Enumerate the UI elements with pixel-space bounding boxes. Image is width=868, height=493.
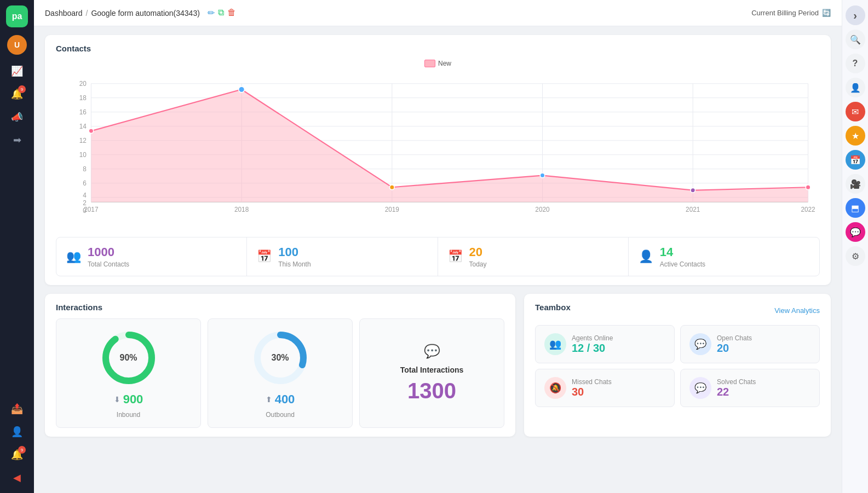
calendar-btn[interactable]: 📅 (846, 150, 865, 170)
main-content: Dashboard / Google form automation(34343… (34, 0, 842, 493)
svg-text:16: 16 (79, 108, 87, 116)
solved-chats-label: Solved Chats (717, 378, 810, 386)
megaphone-nav-icon[interactable]: 📣 (7, 107, 27, 127)
star-btn[interactable]: ★ (846, 126, 865, 146)
user-profile-btn[interactable]: 👤 (846, 78, 865, 97)
edit-icon[interactable]: ✏ (208, 8, 215, 18)
notification-badge: 9 (18, 85, 26, 93)
missed-chats-value: 30 (572, 386, 665, 398)
svg-text:4: 4 (83, 192, 87, 199)
svg-text:18: 18 (79, 94, 87, 102)
back-nav-icon[interactable]: ◀ (7, 468, 27, 488)
settings-btn[interactable]: ⚙ (846, 246, 865, 266)
chat-rp-btn[interactable]: 💬 (846, 222, 865, 242)
interactions-title: Interactions (56, 303, 504, 312)
svg-text:8: 8 (83, 165, 87, 173)
search-btn[interactable]: 🔍 (846, 30, 865, 49)
today-icon: 📅 (448, 250, 463, 264)
teambox-missed-chats: 🔕 Missed Chats 30 (535, 369, 675, 407)
agents-online-label: Agents Online (572, 334, 665, 342)
forward-nav-icon[interactable]: 📤 (7, 399, 27, 419)
right-panel: › 🔍 ? 👤 ✉ ★ 📅 🎥 ⬒ 💬 ⚙ (842, 0, 868, 493)
inbound-label: Inbound (117, 411, 140, 419)
stat-today: 📅 20 Today (438, 237, 629, 276)
contacts-chart: 20 18 16 14 12 10 8 6 4 2 0 2017 2018 20… (56, 72, 820, 230)
outbound-value: 400 (275, 392, 295, 407)
teambox-agents-online: 👥 Agents Online 12 / 30 (535, 325, 675, 363)
teambox-card: Teambox View Analytics 👥 Agents Online 1… (524, 294, 831, 437)
contacts-title: Contacts (56, 44, 820, 53)
copy-icon[interactable]: ⧉ (218, 8, 224, 18)
active-contacts-icon: 👤 (639, 250, 653, 264)
total-contacts-label: Total Contacts (88, 260, 129, 268)
svg-text:6: 6 (83, 179, 87, 187)
this-month-icon: 📅 (257, 250, 272, 264)
total-interactions-title: Total Interactions (400, 366, 464, 374)
svg-point-38 (691, 188, 695, 193)
svg-text:2022: 2022 (801, 206, 815, 213)
archive-btn[interactable]: ⬒ (846, 198, 865, 218)
this-month-value: 100 (278, 245, 311, 259)
svg-text:2017: 2017 (84, 206, 98, 213)
total-interactions-icon: 💬 (424, 344, 440, 359)
notification-nav-icon[interactable]: 🔔 9 (7, 84, 27, 104)
app-logo: pa (6, 5, 28, 27)
svg-point-34 (89, 129, 94, 134)
help-btn[interactable]: ? (846, 54, 865, 73)
teambox-title: Teambox (535, 303, 571, 312)
today-label: Today (469, 260, 487, 268)
bell-badge-nav-icon[interactable]: 🔔 9 (7, 445, 27, 465)
agents-online-value: 12 / 30 (572, 342, 665, 355)
solved-chats-info: Solved Chats 22 (717, 378, 810, 398)
active-contacts-value: 14 (660, 245, 705, 259)
teambox-solved-chats: 💬 Solved Chats 22 (680, 369, 820, 407)
user-nav-icon[interactable]: 👤 (7, 422, 27, 442)
outbound-donut: 30% (250, 328, 311, 388)
arrow-nav-icon[interactable]: ➡ (7, 130, 27, 150)
topbar-actions: ✏ ⧉ 🗑 (208, 8, 236, 18)
interactions-card: Interactions 90% ⬇ 900 (45, 294, 515, 437)
outbound-arrow-icon: ⬆ (266, 395, 272, 404)
chart-legend: New (56, 60, 820, 67)
svg-point-35 (239, 86, 245, 92)
breadcrumb-home[interactable]: Dashboard (45, 9, 83, 18)
outbound-percent: 30% (271, 353, 289, 363)
stat-active-contacts: 👤 14 Active Contacts (629, 237, 819, 276)
total-contacts-icon: 👥 (66, 250, 81, 264)
breadcrumb-current: Google form automation(34343) (91, 9, 199, 18)
legend-color-new (424, 60, 435, 67)
svg-point-37 (540, 173, 545, 178)
solved-chats-value: 22 (717, 386, 810, 398)
active-contacts-label: Active Contacts (660, 260, 705, 268)
video-btn[interactable]: 🎥 (846, 174, 865, 194)
sidebar: pa U 📈 🔔 9 📣 ➡ 📤 👤 🔔 9 ◀ (0, 0, 34, 493)
interactions-grid: 90% ⬇ 900 Inbound (56, 318, 504, 428)
chevron-right-btn[interactable]: › (846, 5, 865, 25)
view-analytics-link[interactable]: View Analytics (774, 306, 820, 315)
bell-badge: 9 (18, 446, 26, 454)
legend-new: New (424, 60, 451, 67)
total-interactions-card: 💬 Total Interactions 1300 (359, 318, 504, 428)
inbound-percent: 90% (119, 353, 137, 363)
legend-label-new: New (438, 60, 451, 67)
teambox-grid: 👥 Agents Online 12 / 30 💬 Open Chats 20 (535, 325, 820, 407)
breadcrumb-separator: / (86, 9, 88, 18)
agents-online-icon: 👥 (544, 333, 566, 355)
chart-svg: 20 18 16 14 12 10 8 6 4 2 0 2017 2018 20… (56, 72, 820, 214)
chart-nav-icon[interactable]: 📈 (7, 61, 27, 81)
inbound-value: 900 (123, 392, 143, 407)
svg-text:2021: 2021 (686, 206, 700, 213)
svg-text:12: 12 (79, 137, 87, 144)
svg-text:14: 14 (79, 123, 87, 130)
refresh-icon[interactable]: 🔄 (822, 9, 831, 17)
delete-icon[interactable]: 🗑 (227, 8, 236, 18)
avatar[interactable]: U (7, 35, 27, 55)
solved-chats-icon: 💬 (689, 377, 711, 399)
billing-period: Current Billing Period 🔄 (751, 9, 831, 17)
mail-btn[interactable]: ✉ (846, 102, 865, 121)
contacts-card: Contacts New (45, 35, 831, 285)
topbar: Dashboard / Google form automation(34343… (34, 0, 842, 26)
this-month-label: This Month (278, 260, 311, 268)
svg-text:2019: 2019 (385, 206, 400, 213)
svg-point-36 (390, 185, 395, 190)
